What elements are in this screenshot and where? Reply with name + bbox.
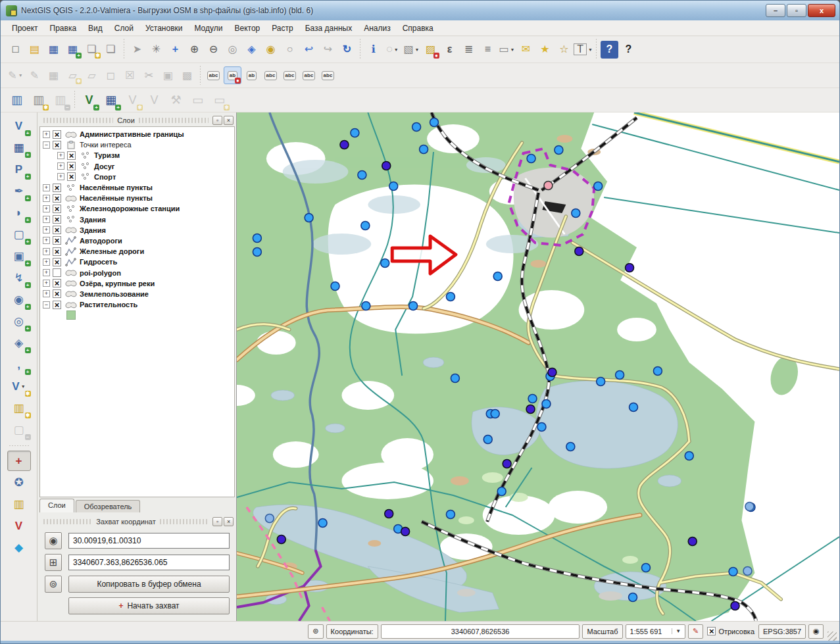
new-vector-layer-icon[interactable]: V✱ [122,90,143,111]
osm-place-search-icon[interactable]: ✪ [7,472,31,493]
layer-item[interactable]: +×Железные дороги [43,246,234,257]
copy-to-clipboard-button[interactable]: Копировать в буфер обмена [68,576,230,593]
add-delimited-text-icon[interactable]: ,+ [7,355,31,375]
zoom-to-selection-icon[interactable]: ◉ [262,41,280,59]
layer-visibility-checkbox[interactable]: × [53,236,61,245]
composer-manager-icon[interactable]: ❏ [102,41,120,59]
layer-item[interactable]: +×Гидросеть [43,257,234,267]
paste-features-icon[interactable]: ▩ [178,66,196,84]
layer-visibility-checkbox[interactable]: × [67,172,76,181]
layer-label[interactable]: Растительность [80,301,137,309]
project-crs-icon[interactable]: ⊞ [45,554,62,571]
feature-action-icon[interactable]: ◌▼ [383,41,401,59]
menu-установки[interactable]: Установки [139,22,188,35]
layer-item[interactable]: +×Населённые пункты [43,193,234,203]
coordinates-input[interactable]: 3340607,8626536 [381,624,580,639]
layer-visibility-checkbox[interactable]: × [53,130,61,139]
save-project-as-icon[interactable]: ▦+ [64,41,82,59]
layer-item[interactable]: −×Точки интереса [43,139,234,150]
zoom-in-icon[interactable]: ⊕ [185,41,203,59]
layer-item[interactable]: +×Озёра, крупные реки [43,278,234,289]
zoom-full-icon[interactable]: ◈ [243,41,260,59]
layer-label[interactable]: Землепользование [80,290,149,298]
add-mssql-layer-icon[interactable]: ◗+ [7,203,31,223]
tree-expander-icon[interactable]: + [43,259,50,266]
new-composer-icon[interactable]: ❏✱ [83,41,101,59]
copy-features-icon[interactable]: ▣ [159,66,177,84]
menu-правка[interactable]: Правка [44,22,83,35]
tree-expander-icon[interactable]: + [43,237,50,244]
tree-expander-icon[interactable]: + [57,162,64,170]
add-spatialite-layer-icon[interactable]: ✒+ [7,181,31,201]
layer-label[interactable]: Населённые пункты [80,184,153,191]
layer-label[interactable]: Административные границы [80,130,184,138]
layer-visibility-checkbox[interactable]: × [53,205,61,213]
tree-expander-icon[interactable]: + [57,152,64,159]
layer-label[interactable]: poi-polygon [80,269,121,277]
start-capture-button[interactable]: + Начать захват [68,597,230,614]
nextgis-remove-layer-icon[interactable]: ▥− [50,90,70,111]
crs-status-button[interactable]: EPSG:3857 [758,624,806,639]
tree-expander-icon[interactable]: + [43,195,50,202]
dxf2shp-converter-icon[interactable]: V [7,516,31,536]
identify-icon[interactable]: ℹ [364,41,382,59]
layer-visibility-checkbox[interactable]: × [53,289,61,298]
add-feature-icon[interactable]: ▱✱ [64,66,82,84]
dock-tab-обозреватель[interactable]: Обозреватель [76,500,141,512]
layer-label[interactable]: Спорт [94,173,116,181]
layer-visibility-checkbox[interactable]: × [67,151,76,160]
change-label-icon[interactable]: abc [319,66,337,84]
osm-download-icon[interactable]: ▥ [7,494,31,514]
layer-label[interactable]: Здания [80,216,106,224]
render-checkbox[interactable]: × [707,627,716,635]
select-features-icon[interactable]: ▧▼ [403,41,420,59]
geo-crs-icon[interactable]: ◉ [45,532,62,549]
tree-expander-icon[interactable]: + [43,205,50,212]
show-bookmarks-icon[interactable]: ☆ [555,41,573,59]
text-annotation-icon[interactable]: T▼ [574,41,592,59]
select-by-expression-icon[interactable]: ε [441,41,458,59]
scale-combo[interactable]: 1:555 691▼ [626,624,686,639]
label-settings-icon[interactable]: abc [205,66,222,84]
add-virtual-layer-icon[interactable]: ↯+ [7,268,31,288]
map-tips-icon[interactable]: ✉ [517,41,535,59]
add-db2-layer-icon[interactable]: ▣+ [7,246,31,266]
layer-label[interactable]: Гидросеть [80,258,117,266]
tree-expander-icon[interactable]: + [43,226,50,234]
menu-растр[interactable]: Растр [266,22,299,35]
tree-expander-icon[interactable]: − [43,301,50,309]
panel-float-icon[interactable]: ▫ [212,517,222,526]
stop-render-icon[interactable]: ✎ [688,624,703,639]
projection-icon[interactable]: ◉ [808,624,824,639]
panel-close-icon[interactable]: × [224,116,234,125]
layer-visibility-checkbox[interactable]: × [53,226,61,234]
projected-coords-field[interactable]: 3340607.363,8626536.065 [68,555,230,570]
tree-expander-icon[interactable]: + [43,290,50,297]
toggle-editing-icon[interactable]: ✎ [26,66,43,84]
tree-expander-icon[interactable]: − [43,141,50,149]
remove-layer-icon[interactable]: ▢− [7,420,31,440]
chevron-down-icon[interactable]: ▼ [672,628,681,634]
menu-слой[interactable]: Слой [109,22,139,35]
map-canvas[interactable] [236,112,839,621]
layer-item[interactable]: +×Досуг [43,161,234,172]
tree-expander-icon[interactable]: + [43,269,50,276]
chevron-down-icon[interactable]: ▼ [510,47,515,52]
nextgis-extract-layer-icon[interactable]: ▥✱ [28,90,49,111]
panel-float-icon[interactable]: ▫ [212,116,222,125]
add-vector-plus-icon[interactable]: V+ [79,90,99,111]
layer-item[interactable]: +×Землепользование [43,289,234,299]
save-project-icon[interactable]: ▦ [45,41,62,59]
layer-label[interactable]: Здания [80,226,106,234]
geo-coords-field[interactable]: 30.00919,61.00310 [68,533,230,549]
layer-item[interactable]: +×Спорт [43,172,234,182]
render-toggle[interactable]: × Отрисовка [707,627,754,635]
tree-expander-icon[interactable]: + [43,280,50,287]
delete-selected-icon[interactable]: ☒ [121,66,139,84]
layer-label[interactable]: Железнодорожные станции [80,205,180,212]
layer-label[interactable]: Автодороги [80,237,122,245]
new-bookmark-icon[interactable]: ★ [536,41,554,59]
attribute-table-icon[interactable]: ≣ [460,41,478,59]
geoprocessing-tools-icon[interactable]: ⚒ [166,90,186,111]
panel-close-icon[interactable]: × [224,517,234,526]
